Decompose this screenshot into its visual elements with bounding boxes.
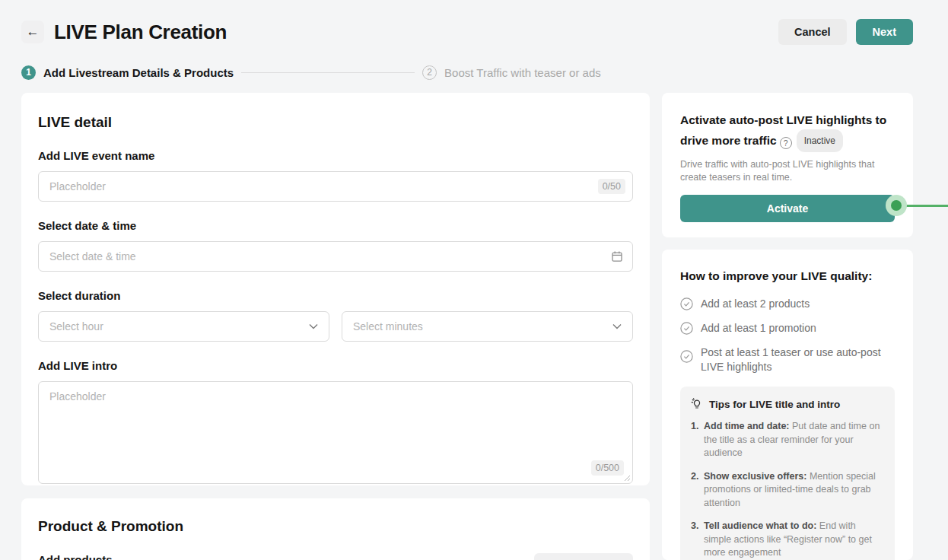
live-detail-heading: LIVE detail: [38, 114, 633, 131]
event-name-label: Add LIVE event name: [38, 149, 633, 162]
tip-text: Tell audience what to do: End with simpl…: [704, 520, 884, 560]
tip-number: 1.: [691, 420, 704, 460]
activate-button[interactable]: Activate: [680, 195, 895, 222]
tips-title: Tips for LIVE title and intro: [709, 399, 840, 410]
intro-field-wrap: 0/500: [38, 381, 633, 484]
tip-item-3: 3. Tell audience what to do: End with si…: [691, 520, 884, 560]
stepper: 1 Add Livestream Details & Products 2 Bo…: [21, 65, 601, 80]
product-promotion-heading: Product & Promotion: [38, 518, 633, 535]
back-button[interactable]: ←: [21, 21, 44, 43]
live-quality-card: How to improve your LIVE quality: Add at…: [662, 250, 913, 560]
header: ← LIVE Plan Creation Cancel Next: [21, 18, 913, 46]
live-detail-card: LIVE detail Add LIVE event name 0/50 Sel…: [21, 93, 650, 485]
duration-row: Select hour Select minutes: [38, 311, 633, 342]
calendar-icon[interactable]: [611, 250, 623, 262]
product-promotion-card: Product & Promotion Add products: [21, 498, 650, 560]
datetime-field-wrap: [38, 241, 633, 272]
duration-label: Select duration: [38, 289, 633, 302]
resize-handle-icon[interactable]: [624, 475, 631, 482]
checklist-item-text: Add at least 1 promotion: [701, 321, 816, 336]
step-1-label: Add Livestream Details & Products: [43, 66, 234, 79]
event-name-counter: 0/50: [598, 179, 625, 194]
step-1-details-products[interactable]: 1 Add Livestream Details & Products: [21, 65, 234, 80]
minutes-select[interactable]: Select minutes: [342, 311, 633, 342]
cancel-button[interactable]: Cancel: [778, 19, 847, 45]
tip-lead: Add time and date:: [704, 421, 790, 431]
step-2-boost-traffic[interactable]: 2 Boost Traffic with teaser or ads: [422, 65, 601, 80]
tip-item-2: 2. Show exclusive offers: Mention specia…: [691, 470, 884, 511]
tip-text: Add time and date: Put date and time on …: [704, 420, 884, 460]
tip-number: 3.: [691, 520, 704, 560]
auto-post-highlights-card: Activate auto-post LIVE highlights to dr…: [662, 93, 913, 237]
checklist-item-products: Add at least 2 products: [680, 297, 895, 311]
hour-select[interactable]: Select hour: [38, 311, 329, 342]
checklist-item-text: Post at least 1 teaser or use auto-post …: [701, 345, 895, 374]
checklist-item-text: Add at least 2 products: [701, 297, 810, 311]
lightbulb-icon: [691, 398, 703, 410]
tip-lead: Show exclusive offers:: [704, 471, 806, 482]
stepper-connector-line: [241, 72, 415, 73]
tips-box: Tips for LIVE title and intro 1. Add tim…: [680, 387, 895, 560]
hour-select-placeholder: Select hour: [49, 320, 103, 332]
page-title: LIVE Plan Creation: [54, 21, 227, 44]
coach-mark-dot-core: [891, 200, 902, 211]
step-1-badge: 1: [21, 65, 36, 80]
circle-check-icon: [680, 322, 693, 335]
tip-lead: Tell audience what to do:: [704, 520, 816, 531]
quality-checklist: Add at least 2 products Add at least 1 p…: [680, 297, 895, 374]
intro-textarea[interactable]: [38, 381, 633, 484]
minutes-select-placeholder: Select minutes: [353, 320, 423, 332]
status-badge: Inactive: [797, 129, 843, 152]
chevron-down-icon: [309, 323, 318, 329]
quality-heading: How to improve your LIVE quality:: [680, 269, 895, 283]
intro-label: Add LIVE intro: [38, 359, 633, 372]
chevron-down-icon: [612, 323, 622, 329]
event-name-field-wrap: 0/50: [38, 171, 633, 202]
tip-item-1: 1. Add time and date: Put date and time …: [691, 420, 884, 460]
highlights-title: Activate auto-post LIVE highlights to dr…: [680, 111, 895, 152]
highlights-description: Drive traffic with auto-post LIVE highli…: [680, 158, 895, 184]
arrow-left-icon: ←: [27, 24, 40, 40]
step-2-label: Boost Traffic with teaser or ads: [444, 66, 601, 79]
next-button[interactable]: Next: [856, 19, 913, 45]
intro-counter: 0/500: [591, 460, 624, 476]
circle-check-icon: [680, 298, 693, 310]
tip-text: Show exclusive offers: Mention special p…: [704, 470, 884, 511]
partial-action-button[interactable]: [534, 553, 633, 560]
tips-header: Tips for LIVE title and intro: [691, 398, 884, 410]
checklist-item-promotion: Add at least 1 promotion: [680, 321, 895, 336]
event-name-input[interactable]: [38, 171, 633, 202]
step-2-badge: 2: [422, 65, 437, 80]
help-icon[interactable]: ?: [780, 137, 792, 149]
coach-mark-dot: [886, 195, 907, 216]
product-promotion-partial-row: Add products: [38, 553, 633, 560]
checklist-item-teaser: Post at least 1 teaser or use auto-post …: [680, 345, 895, 374]
header-actions: Cancel Next: [778, 19, 913, 45]
datetime-input[interactable]: [38, 241, 633, 272]
add-products-label: Add products: [38, 553, 113, 560]
datetime-label: Select date & time: [38, 219, 633, 232]
circle-check-icon: [680, 350, 693, 363]
tip-number: 2.: [691, 470, 704, 511]
